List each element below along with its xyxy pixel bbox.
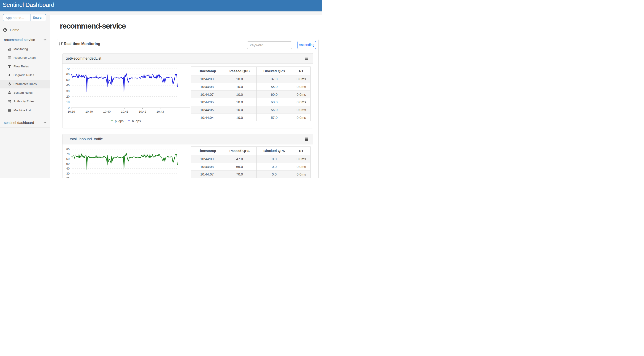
svg-text:p_qps: p_qps: [115, 119, 124, 123]
svg-text:10:43: 10:43: [156, 110, 164, 113]
svg-text:50: 50: [66, 162, 70, 166]
svg-text:70: 70: [66, 152, 70, 156]
svg-text:40: 40: [66, 167, 70, 170]
svg-text:80: 80: [66, 148, 70, 151]
svg-text:b_qps: b_qps: [132, 119, 141, 123]
svg-text:10:39: 10:39: [68, 110, 75, 113]
svg-text:0: 0: [68, 106, 70, 109]
svg-text:20: 20: [66, 95, 70, 98]
svg-text:70: 70: [66, 67, 70, 70]
svg-text:60: 60: [66, 72, 70, 76]
svg-text:10:42: 10:42: [139, 110, 146, 113]
svg-text:20: 20: [66, 177, 70, 178]
svg-text:40: 40: [66, 84, 70, 87]
svg-text:30: 30: [66, 172, 70, 175]
svg-text:50: 50: [66, 78, 70, 82]
svg-text:60: 60: [66, 157, 70, 161]
svg-text:10:40: 10:40: [85, 110, 93, 113]
svg-text:30: 30: [66, 89, 70, 93]
svg-text:10:40: 10:40: [103, 110, 111, 113]
svg-text:10:41: 10:41: [121, 110, 128, 113]
svg-text:10: 10: [66, 100, 70, 104]
